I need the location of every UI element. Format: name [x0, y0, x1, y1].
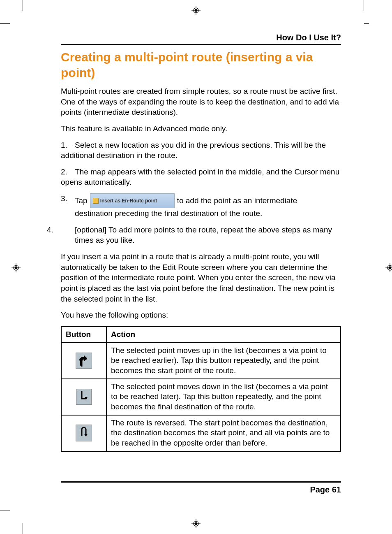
registration-mark-icon	[385, 263, 392, 272]
step-number: 1.	[61, 140, 75, 151]
crop-mark	[0, 511, 10, 511]
registration-mark-icon	[191, 519, 201, 528]
move-down-icon[interactable]	[76, 389, 92, 405]
section-header: How Do I Use It?	[61, 33, 341, 45]
table-row: The selected point moves down in the lis…	[61, 379, 341, 415]
crop-mark	[364, 0, 364, 11]
col-button: Button	[61, 327, 106, 343]
step-number: 4.	[61, 225, 75, 235]
step-3: 3. Tap Insert as En-Route point to add t…	[61, 193, 341, 219]
step-text: Select a new location as you did in the …	[61, 141, 326, 160]
step-text: The map appears with the selected point …	[61, 167, 339, 187]
table-row: The route is reversed. The start point b…	[61, 415, 341, 451]
registration-mark-icon	[12, 263, 21, 272]
move-up-icon[interactable]	[76, 353, 92, 369]
step-4: 4.[optional] To add more points to the r…	[61, 225, 341, 246]
step-text: destination preceding the final destinat…	[75, 208, 341, 219]
crop-mark	[0, 23, 10, 24]
intro-paragraph: Multi-point routes are created from simp…	[61, 86, 341, 118]
crop-mark	[23, 523, 23, 534]
step-2: 2.The map appears with the selected poin…	[61, 167, 341, 188]
crop-mark	[23, 0, 23, 11]
page-title: Creating a multi-point route (inserting …	[61, 49, 341, 80]
registration-mark-icon	[191, 6, 201, 15]
action-text: The selected point moves up in the list …	[106, 343, 341, 379]
page-footer: Page 61	[61, 481, 341, 495]
step-text: to add the point as an intermediate	[177, 195, 297, 206]
options-table: Button Action The selected point moves u…	[61, 326, 341, 452]
insert-enroute-button[interactable]: Insert as En-Route point	[90, 193, 175, 208]
pin-icon	[93, 198, 99, 204]
crop-mark	[364, 23, 369, 24]
mode-note: This feature is available in Advanced mo…	[61, 123, 341, 134]
button-label: Insert as En-Route point	[100, 197, 157, 204]
options-intro: You have the following options:	[61, 310, 341, 320]
step-text: [optional] To add more points to the rou…	[75, 225, 332, 245]
explain-paragraph: If you insert a via point in a route tha…	[61, 251, 341, 304]
action-text: The selected point moves down in the lis…	[106, 379, 341, 415]
action-text: The route is reversed. The start point b…	[106, 415, 341, 451]
table-row: The selected point moves up in the list …	[61, 343, 341, 379]
step-1: 1.Select a new location as you did in th…	[61, 140, 341, 161]
step-number: 2.	[61, 167, 75, 177]
step-text: Tap	[75, 195, 88, 206]
table-header-row: Button Action	[61, 327, 341, 343]
col-action: Action	[106, 327, 341, 343]
reverse-icon[interactable]	[76, 425, 92, 441]
page-number: Page 61	[310, 485, 341, 494]
step-number: 3.	[61, 193, 75, 204]
